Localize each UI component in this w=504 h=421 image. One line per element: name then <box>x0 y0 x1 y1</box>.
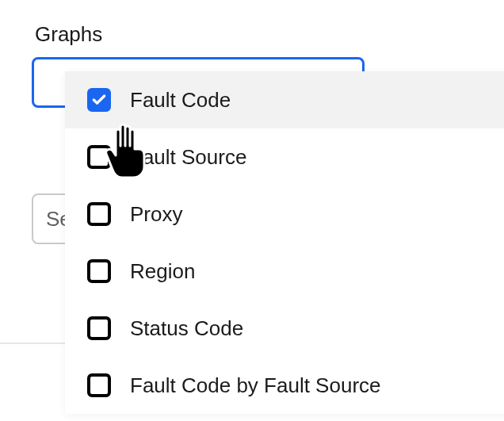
checkbox-fault-code-by-fault-source[interactable] <box>87 373 111 397</box>
dropdown-item-label: Proxy <box>130 202 182 227</box>
dropdown-item-status-code[interactable]: Status Code <box>65 300 504 357</box>
dropdown-item-label: Status Code <box>130 316 243 341</box>
dropdown-item-proxy[interactable]: Proxy <box>65 186 504 243</box>
divider-line <box>0 343 65 344</box>
graphs-dropdown-panel: Fault Code Fault Source Proxy Region Sta… <box>65 71 504 414</box>
dropdown-item-label: Fault Source <box>130 145 246 170</box>
dropdown-item-label: Fault Code by Fault Source <box>130 373 381 398</box>
checkbox-fault-source[interactable] <box>87 145 111 169</box>
dropdown-item-fault-code-by-fault-source[interactable]: Fault Code by Fault Source <box>65 357 504 414</box>
dropdown-item-label: Fault Code <box>130 88 231 113</box>
dropdown-item-fault-code[interactable]: Fault Code <box>65 71 504 128</box>
checkmark-icon <box>91 92 107 108</box>
dropdown-item-fault-source[interactable]: Fault Source <box>65 128 504 186</box>
dropdown-item-label: Region <box>130 259 195 284</box>
checkbox-fault-code[interactable] <box>87 88 111 112</box>
checkbox-proxy[interactable] <box>87 202 111 226</box>
graphs-field-label: Graphs <box>35 22 504 47</box>
checkbox-status-code[interactable] <box>87 316 111 340</box>
checkbox-region[interactable] <box>87 259 111 283</box>
dropdown-item-region[interactable]: Region <box>65 243 504 300</box>
